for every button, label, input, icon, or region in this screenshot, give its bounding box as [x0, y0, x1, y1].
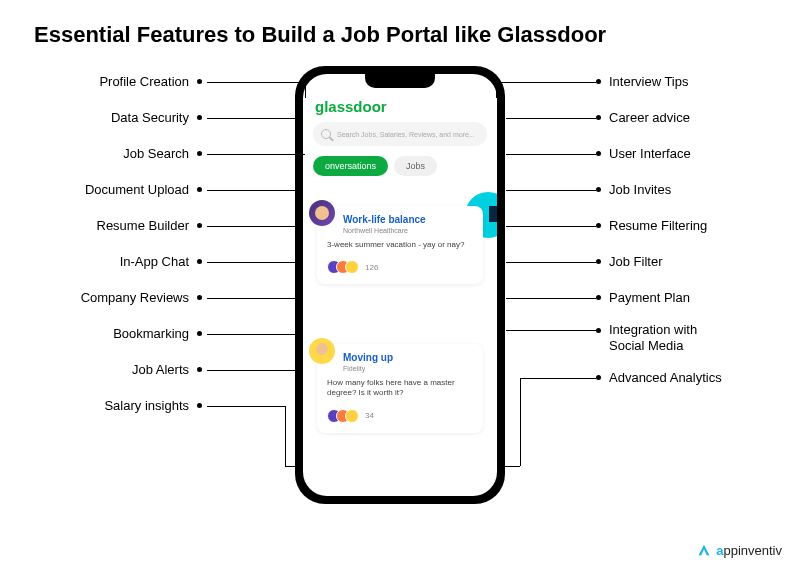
feature-label: Resume Filtering [609, 218, 707, 233]
post-body: How many folks here have a master degree… [327, 378, 473, 399]
feature-resume-filtering: Resume Filtering [596, 218, 707, 233]
feature-label: Job Filter [609, 254, 662, 269]
connector-line [506, 262, 596, 263]
dot-icon [596, 223, 601, 228]
feature-label: Data Security [111, 110, 189, 125]
dot-icon [596, 328, 601, 333]
feature-label: Job Search [123, 146, 189, 161]
avatar [309, 338, 335, 364]
connector-line [506, 226, 596, 227]
feature-user-interface: User Interface [596, 146, 691, 161]
dot-icon [197, 259, 202, 264]
feature-label: Interview Tips [609, 74, 688, 89]
connector-line [496, 82, 497, 98]
feature-salary-insights: Salary insights [104, 398, 202, 413]
feature-job-alerts: Job Alerts [132, 362, 202, 377]
post-title: Moving up [343, 352, 473, 363]
reaction-count: 126 [365, 263, 378, 272]
connector-line [207, 154, 305, 155]
feature-job-invites: Job Invites [596, 182, 671, 197]
post-card[interactable]: Moving up Fidelity How many folks here h… [317, 344, 483, 433]
page-title: Essential Features to Build a Job Portal… [0, 0, 800, 48]
dot-icon [197, 331, 202, 336]
reactions: 34 [327, 409, 473, 423]
smile-icon [345, 260, 359, 274]
feature-payment-plan: Payment Plan [596, 290, 690, 305]
logo-icon [696, 542, 712, 558]
connector-line [207, 118, 295, 119]
connector-line [506, 330, 596, 331]
phone-notch [365, 74, 435, 88]
connector-line [207, 406, 285, 407]
tab-jobs[interactable]: Jobs [394, 156, 437, 176]
feature-company-reviews: Company Reviews [81, 290, 202, 305]
post-subtitle: Fidelity [343, 365, 473, 372]
dot-icon [197, 115, 202, 120]
feature-label: Integration withSocial Media [609, 322, 697, 353]
dot-icon [197, 367, 202, 372]
dot-icon [197, 151, 202, 156]
feature-label: Document Upload [85, 182, 189, 197]
post-title: Work-life balance [343, 214, 473, 225]
post-subtitle: Northwell Healthcare [343, 227, 473, 234]
feature-profile-creation: Profile Creation [99, 74, 202, 89]
brand-logo: glassdoor [315, 98, 387, 115]
connector-line [506, 298, 596, 299]
dot-icon [197, 403, 202, 408]
reaction-icons [327, 260, 359, 274]
post-card[interactable]: Work-life balance Northwell Healthcare 3… [317, 206, 483, 284]
phone-frame: glassdoor Search Jobs, Salaries, Reviews… [295, 66, 505, 504]
reaction-count: 34 [365, 411, 374, 420]
tab-bar: onversations Jobs [313, 156, 437, 176]
post-body: 3-week summer vacation - yay or nay? [327, 240, 473, 250]
feature-label: Company Reviews [81, 290, 189, 305]
feature-resume-builder: Resume Builder [97, 218, 203, 233]
feature-job-filter: Job Filter [596, 254, 662, 269]
connector-line [520, 378, 596, 379]
dot-icon [596, 79, 601, 84]
dot-icon [596, 115, 601, 120]
feature-label: Job Alerts [132, 362, 189, 377]
tab-conversations[interactable]: onversations [313, 156, 388, 176]
feature-label: Resume Builder [97, 218, 190, 233]
feature-label: Payment Plan [609, 290, 690, 305]
feature-in-app-chat: In-App Chat [120, 254, 202, 269]
feature-document-upload: Document Upload [85, 182, 202, 197]
feature-label: Profile Creation [99, 74, 189, 89]
feature-label: Career advice [609, 110, 690, 125]
connector-line [207, 298, 295, 299]
search-placeholder: Search Jobs, Salaries, Reviews, and more… [337, 131, 475, 138]
feature-advanced-analytics: Advanced Analytics [596, 370, 722, 385]
avatar [309, 200, 335, 226]
feature-label: Salary insights [104, 398, 189, 413]
reactions: 126 [327, 260, 473, 274]
dot-icon [197, 79, 202, 84]
dot-icon [197, 187, 202, 192]
smile-icon [345, 409, 359, 423]
feature-career-advice: Career advice [596, 110, 690, 125]
feature-label: In-App Chat [120, 254, 189, 269]
dot-icon [596, 375, 601, 380]
connector-line [285, 466, 297, 467]
search-input[interactable]: Search Jobs, Salaries, Reviews, and more… [313, 122, 487, 146]
connector-line [506, 154, 596, 155]
connector-line [285, 406, 286, 466]
footer-brand-text: appinventiv [716, 543, 782, 558]
dot-icon [596, 187, 601, 192]
connector-line [305, 82, 306, 98]
dot-icon [596, 259, 601, 264]
feature-job-search: Job Search [123, 146, 202, 161]
connector-line [496, 82, 596, 83]
feature-bookmarking: Bookmarking [113, 326, 202, 341]
feature-social-media: Integration withSocial Media [596, 322, 697, 353]
connector-line [504, 466, 520, 467]
feature-label: Job Invites [609, 182, 671, 197]
connector-line [207, 262, 295, 263]
dot-icon [596, 295, 601, 300]
connector-line [207, 334, 295, 335]
feature-label: Bookmarking [113, 326, 189, 341]
diagram-container: glassdoor Search Jobs, Salaries, Reviews… [0, 58, 800, 528]
connector-line [506, 118, 596, 119]
feature-label: Advanced Analytics [609, 370, 722, 385]
search-icon [321, 129, 331, 139]
